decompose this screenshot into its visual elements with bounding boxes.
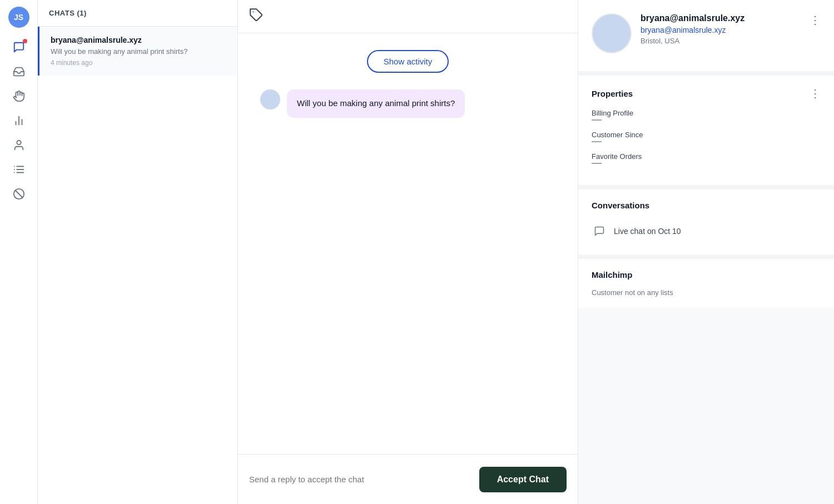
mailchimp-section-header: Mailchimp [592, 270, 821, 280]
customer-since-label: Customer Since [592, 131, 821, 139]
chat-main: Show activity Will you be making any ani… [238, 0, 578, 504]
properties-title: Properties [592, 89, 633, 98]
nav-reports-button[interactable] [8, 110, 29, 131]
accept-chat-button[interactable]: Accept Chat [479, 467, 567, 492]
tag-icon[interactable] [249, 8, 264, 26]
contact-card: bryana@animalsrule.xyz bryana@animalsrul… [578, 0, 834, 76]
chat-bubble-icon [592, 223, 607, 239]
contact-menu-button[interactable]: ⋮ [810, 13, 821, 27]
chat-icon [13, 41, 25, 53]
chart-icon [13, 114, 25, 127]
customer-since-dash [592, 141, 602, 142]
mailchimp-section: Mailchimp Customer not on any lists [578, 259, 834, 308]
nav-blocked-button[interactable] [8, 183, 29, 204]
chat-item-time: 4 minutes ago [51, 59, 226, 67]
conversations-title: Conversations [592, 201, 649, 210]
nav-contacts-button[interactable] [8, 86, 29, 107]
customer-since-property: Customer Since [592, 131, 821, 142]
svg-line-8 [15, 191, 22, 198]
properties-section-header: Properties ⋮ [592, 87, 821, 100]
contact-email-link[interactable]: bryana@animalsrule.xyz [641, 26, 801, 34]
chat-item-email: bryana@animalsrule.xyz [51, 36, 226, 44]
message-row: Will you be making any animal print shir… [260, 89, 555, 118]
conversations-section-header: Conversations [592, 201, 821, 210]
favorite-orders-dash [592, 163, 602, 164]
properties-section: Properties ⋮ Billing Profile Customer Si… [578, 76, 834, 189]
chat-reply-input[interactable] [249, 475, 470, 484]
nav-inbox-button[interactable] [8, 61, 29, 82]
contact-card-top: bryana@animalsrule.xyz bryana@animalsrul… [592, 13, 821, 53]
list-icon [13, 163, 25, 176]
billing-profile-label: Billing Profile [592, 109, 821, 117]
conversation-text: Live chat on Oct 10 [614, 227, 681, 236]
billing-profile-property: Billing Profile [592, 109, 821, 121]
nav-settings-button[interactable] [8, 159, 29, 180]
chat-list-header: CHATS (1) [38, 0, 237, 27]
favorite-orders-property: Favorite Orders [592, 152, 821, 164]
contact-avatar [592, 13, 632, 53]
conversations-section: Conversations Live chat on Oct 10 [578, 189, 834, 259]
chat-list-item[interactable]: bryana@animalsrule.xyz Will you be makin… [38, 27, 237, 76]
user-initials: JS [14, 13, 23, 22]
chat-toolbar [238, 0, 578, 33]
right-sidebar: bryana@animalsrule.xyz bryana@animalsrul… [578, 0, 834, 504]
icon-bar: JS [0, 0, 38, 504]
inbox-icon [13, 66, 25, 78]
message-bubble: Will you be making any animal print shir… [287, 89, 465, 118]
person-icon [13, 139, 25, 151]
svg-point-0 [17, 141, 21, 144]
user-avatar-button[interactable]: JS [8, 7, 29, 28]
chat-badge [23, 39, 27, 43]
message-sender-avatar [260, 89, 280, 109]
properties-menu-button[interactable]: ⋮ [810, 87, 821, 100]
chat-list-panel: CHATS (1) bryana@animalsrule.xyz Will yo… [38, 0, 238, 504]
contact-info: bryana@animalsrule.xyz bryana@animalsrul… [641, 13, 801, 45]
billing-profile-dash [592, 119, 602, 121]
block-icon [13, 188, 25, 200]
mailchimp-title: Mailchimp [592, 270, 632, 280]
contact-name: bryana@animalsrule.xyz [641, 13, 801, 23]
nav-agents-button[interactable] [8, 134, 29, 156]
show-activity-button[interactable]: Show activity [367, 50, 449, 73]
hand-icon [13, 90, 25, 102]
chat-messages: Show activity Will you be making any ani… [238, 33, 578, 454]
chat-item-preview: Will you be making any animal print shir… [51, 47, 226, 57]
messages-container: Will you be making any animal print shir… [260, 89, 555, 118]
favorite-orders-label: Favorite Orders [592, 152, 821, 161]
mailchimp-value: Customer not on any lists [592, 288, 821, 297]
nav-chat-button[interactable] [8, 37, 29, 58]
chat-input-area: Accept Chat [238, 454, 578, 504]
contact-location: Bristol, USA [641, 37, 801, 45]
conversation-item[interactable]: Live chat on Oct 10 [592, 219, 821, 243]
